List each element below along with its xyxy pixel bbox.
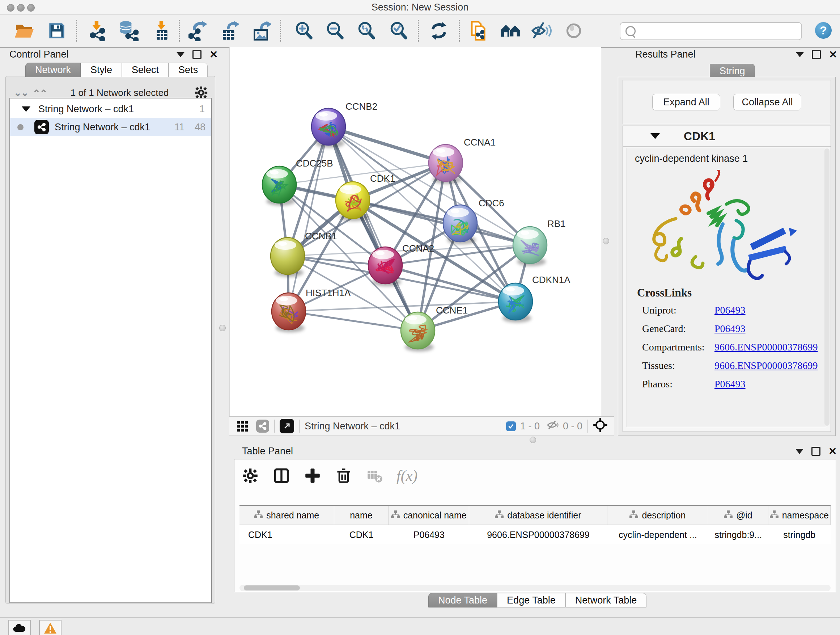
import-network-icon[interactable]: [86, 19, 109, 42]
refresh-icon[interactable]: [427, 19, 450, 42]
float-panel-icon[interactable]: [812, 447, 821, 456]
center-view-icon[interactable]: [593, 418, 607, 435]
search-field[interactable]: [620, 22, 802, 40]
open-in-window-icon[interactable]: [279, 419, 294, 433]
grid-view-icon[interactable]: [235, 417, 249, 435]
panel-menu-icon[interactable]: [177, 52, 185, 57]
tab-network-table[interactable]: Network Table: [565, 593, 647, 608]
zoom-selected-icon[interactable]: [387, 19, 410, 42]
network-edge[interactable]: [289, 127, 328, 311]
network-edge[interactable]: [289, 311, 418, 331]
document-share-icon[interactable]: [467, 19, 490, 42]
crosslink-link[interactable]: 9606.ENSP00000378699: [714, 341, 818, 353]
export-network-icon[interactable]: [187, 19, 210, 42]
zoom-in-icon[interactable]: [292, 19, 316, 42]
collapse-arrow-icon[interactable]: [22, 106, 30, 112]
import-network-database-icon[interactable]: [117, 19, 140, 42]
network-node-CCNA1[interactable]: [429, 144, 463, 184]
export-image-icon[interactable]: [250, 19, 273, 42]
zoom-fit-icon[interactable]: [355, 19, 378, 42]
delete-column-icon[interactable]: [334, 466, 353, 485]
tab-sets[interactable]: Sets: [169, 63, 208, 77]
network-row-selected[interactable]: String Network – cdk1 11 48: [10, 118, 211, 136]
table-cell[interactable]: cyclin-dependent ...: [607, 525, 708, 544]
column-header-id[interactable]: @id: [708, 506, 768, 524]
table-hscrollbar[interactable]: [240, 585, 831, 591]
table-cell[interactable]: stringdb: [768, 525, 831, 544]
collapse-arrow-icon[interactable]: [651, 133, 660, 139]
network-edge[interactable]: [289, 302, 515, 311]
close-panel-icon[interactable]: ✕: [829, 51, 837, 58]
tab-edge-table[interactable]: Edge Table: [497, 593, 565, 608]
function-builder-icon[interactable]: f(x): [396, 467, 417, 485]
close-panel-icon[interactable]: ✕: [210, 51, 218, 58]
network-edge[interactable]: [328, 127, 418, 331]
table-cell[interactable]: stringdb:9...: [708, 525, 768, 544]
column-header-description[interactable]: description: [607, 506, 708, 524]
tab-string[interactable]: String: [710, 64, 755, 78]
crosslink-link[interactable]: 9606.ENSP00000378699: [714, 360, 818, 371]
network-node-CDKN1A[interactable]: [499, 283, 532, 323]
birds-eye-view-icon[interactable]: [256, 420, 269, 432]
network-node-CCNB1[interactable]: [271, 238, 305, 277]
show-columns-icon[interactable]: [272, 466, 291, 485]
network-node-RB1[interactable]: [513, 226, 547, 266]
selected-checkbox-icon[interactable]: [506, 421, 516, 431]
warning-status-button[interactable]: [39, 620, 62, 635]
network-node-CCNB2[interactable]: [311, 108, 346, 148]
open-session-icon[interactable]: [13, 19, 36, 42]
node-table[interactable]: shared namenamecanonical namedatabase id…: [240, 505, 831, 567]
panel-menu-icon[interactable]: [796, 449, 804, 454]
save-session-icon[interactable]: [45, 19, 68, 42]
table-cell[interactable]: CDK1: [240, 525, 334, 544]
left-splitter-handle[interactable]: [219, 325, 226, 331]
network-node-CCNA2[interactable]: [368, 247, 402, 287]
network-node-CCNE1[interactable]: [401, 312, 435, 352]
float-panel-icon[interactable]: [193, 50, 202, 59]
help-icon[interactable]: ?: [815, 22, 832, 39]
crosslink-link[interactable]: P06493: [714, 323, 745, 334]
bottom-splitter-handle[interactable]: [530, 437, 536, 443]
tab-node-table[interactable]: Node Table: [428, 593, 497, 608]
table-cell[interactable]: P06493: [388, 525, 469, 544]
hide-labels-icon[interactable]: [530, 19, 553, 42]
right-splitter-handle[interactable]: [603, 238, 609, 244]
network-canvas[interactable]: CCNB2CCNA1CDC25BCDK1CDC6RB1CCNB1CCNA2CDK…: [229, 47, 601, 416]
network-node-CDC6[interactable]: [443, 205, 477, 244]
network-node-HIST1H1A[interactable]: [272, 293, 306, 333]
panel-menu-icon[interactable]: [796, 52, 804, 57]
hidden-eye-icon[interactable]: [547, 420, 559, 433]
results-scrollbar[interactable]: [824, 149, 829, 426]
tab-network[interactable]: Network: [25, 63, 81, 77]
delete-table-icon[interactable]: [365, 466, 384, 485]
sphere-icon[interactable]: [562, 19, 585, 42]
close-panel-icon[interactable]: ✕: [829, 448, 837, 455]
table-settings-gear-icon[interactable]: [241, 466, 260, 485]
network-collection-row[interactable]: String Network – cdk1 1: [10, 100, 211, 118]
home-icon[interactable]: [499, 19, 522, 42]
column-header-namespace[interactable]: namespace: [768, 506, 831, 524]
import-table-icon[interactable]: [150, 19, 173, 42]
crosslink-link[interactable]: P06493: [714, 304, 745, 316]
search-input[interactable]: [638, 26, 796, 36]
cloud-status-button[interactable]: [8, 620, 31, 635]
column-header-canonical-name[interactable]: canonical name: [388, 506, 469, 524]
network-node-CDC25B[interactable]: [262, 166, 296, 206]
expand-all-button[interactable]: Expand All: [652, 94, 720, 111]
crosslink-link[interactable]: P06493: [714, 378, 745, 390]
expand-all-icon[interactable]: ⌄⌄: [14, 87, 28, 98]
gene-section-header[interactable]: CDK1: [623, 126, 831, 147]
table-cell[interactable]: 9606.ENSP00000378699: [469, 525, 607, 544]
zoom-out-icon[interactable]: [324, 19, 347, 42]
network-node-CDK1[interactable]: [336, 182, 370, 221]
network-edge[interactable]: [328, 127, 446, 163]
column-header-database-identifier[interactable]: database identifier: [469, 506, 607, 524]
float-panel-icon[interactable]: [812, 50, 821, 59]
table-cell[interactable]: CDK1: [334, 525, 389, 544]
table-row[interactable]: CDK1CDK1P064939606.ENSP00000378699cyclin…: [240, 525, 831, 544]
collapse-all-button[interactable]: Collapse All: [733, 94, 801, 111]
collapse-all-icon[interactable]: ⌄⌄: [33, 87, 48, 98]
tab-select[interactable]: Select: [122, 63, 169, 77]
add-column-icon[interactable]: [303, 466, 322, 485]
column-header-shared-name[interactable]: shared name: [240, 506, 334, 524]
